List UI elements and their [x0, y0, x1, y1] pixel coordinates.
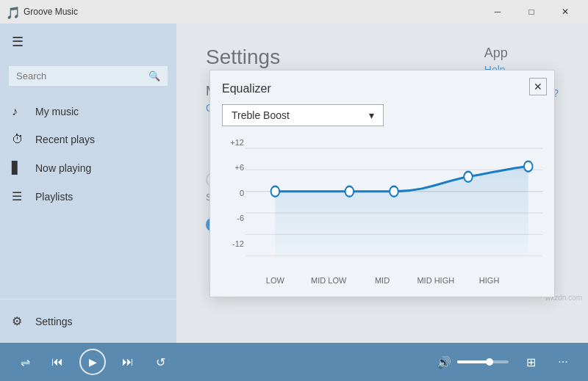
- sidebar-label-my-music: My music: [35, 106, 79, 117]
- search-bar[interactable]: 🔍: [9, 66, 168, 86]
- eq-dialog-title: Equalizer: [222, 82, 542, 95]
- eq-point-low: [271, 186, 280, 196]
- eq-y-label-12: +12: [222, 138, 244, 147]
- sidebar-label-recent-plays: Recent plays: [35, 134, 95, 145]
- eq-x-label-midhigh: MID HIGH: [409, 276, 462, 285]
- volume-icon: 🔊: [437, 355, 451, 369]
- eq-x-label-high: HIGH: [462, 276, 516, 285]
- dialog-overlay: Equalizer ✕ Treble Boost ▾ +12 +6 0 -6 -…: [176, 23, 588, 343]
- sidebar-item-recent-plays[interactable]: ⏱ Recent plays: [0, 126, 176, 153]
- app-body: ☰ 🔍 ♪ My music ⏱ Recent plays ▋ Now play…: [0, 23, 588, 343]
- sidebar-item-settings[interactable]: ⚙ Settings: [0, 307, 176, 335]
- sidebar-item-now-playing[interactable]: ▋ Now playing: [0, 153, 176, 182]
- eq-chart: +12 +6 0 -6 -12: [222, 138, 542, 270]
- eq-x-label-midlow: MID LOW: [302, 276, 356, 285]
- eq-y-label-minus12: -12: [222, 239, 244, 248]
- app-icon: 🎵: [6, 6, 18, 18]
- window-controls: ─ □ ✕: [481, 0, 582, 23]
- sidebar-label-playlists: Playlists: [35, 191, 73, 203]
- eq-y-labels: +12 +6 0 -6 -12: [222, 138, 244, 248]
- visualizer-button[interactable]: ⊞: [520, 352, 541, 372]
- eq-point-midhigh: [464, 171, 473, 181]
- nav-items: ♪ My music ⏱ Recent plays ▋ Now playing …: [0, 98, 176, 299]
- eq-dropdown-arrow: ▾: [369, 109, 374, 121]
- sidebar-label-settings: Settings: [35, 316, 73, 327]
- hamburger-menu[interactable]: ☰: [12, 34, 24, 50]
- play-button[interactable]: ▶: [79, 349, 106, 375]
- eq-y-label-minus6: -6: [222, 214, 244, 222]
- prev-button[interactable]: ⏮: [47, 352, 68, 372]
- sidebar-item-my-music[interactable]: ♪ My music: [0, 98, 176, 126]
- eq-preset-value: Treble Boost: [232, 109, 290, 121]
- eq-preset-dropdown[interactable]: Treble Boost ▾: [222, 104, 384, 126]
- search-icon: 🔍: [148, 70, 160, 81]
- eq-close-button[interactable]: ✕: [529, 78, 547, 95]
- eq-point-midlow: [345, 186, 354, 196]
- eq-x-label-low: LOW: [248, 276, 302, 285]
- eq-point-high: [524, 161, 533, 171]
- volume-fill: [457, 360, 488, 363]
- eq-point-mid: [390, 186, 398, 196]
- next-button[interactable]: ⏭: [118, 352, 138, 372]
- sidebar-item-playlists[interactable]: ☰ Playlists: [0, 182, 176, 211]
- playback-bar: ⇌ ⏮ ▶ ⏭ ↺ 🔊 ⊞ ···: [0, 343, 588, 381]
- search-input[interactable]: [16, 70, 148, 81]
- sidebar-bottom: ⚙ Settings: [0, 299, 176, 343]
- eq-x-labels: LOW MID LOW MID MID HIGH HIGH: [222, 276, 542, 285]
- eq-x-label-mid: MID: [356, 276, 409, 285]
- eq-y-label-6: +6: [222, 163, 244, 172]
- close-button[interactable]: ✕: [548, 0, 582, 23]
- settings-icon: ⚙: [12, 314, 26, 328]
- playlists-icon: ☰: [12, 189, 26, 203]
- volume-control: 🔊: [437, 355, 509, 369]
- sidebar: ☰ 🔍 ♪ My music ⏱ Recent plays ▋ Now play…: [0, 23, 176, 343]
- sidebar-header: ☰: [0, 23, 176, 60]
- volume-slider[interactable]: [457, 360, 509, 363]
- sidebar-label-now-playing: Now playing: [35, 162, 91, 174]
- equalizer-dialog: Equalizer ✕ Treble Boost ▾ +12 +6 0 -6 -…: [209, 70, 555, 297]
- more-button[interactable]: ···: [553, 352, 573, 372]
- shuffle-button[interactable]: ⇌: [15, 352, 35, 372]
- repeat-button[interactable]: ↺: [150, 352, 171, 372]
- eq-svg: [245, 138, 542, 267]
- maximize-button[interactable]: □: [514, 0, 548, 23]
- app-title: Groove Music: [24, 7, 481, 17]
- main-content: Settings Music on this PC Choose where w…: [176, 23, 588, 343]
- volume-thumb: [486, 358, 493, 366]
- eq-y-label-0: 0: [222, 189, 244, 197]
- recent-icon: ⏱: [12, 133, 26, 146]
- music-icon: ♪: [12, 105, 26, 118]
- title-bar: 🎵 Groove Music ─ □ ✕: [0, 0, 588, 23]
- now-playing-icon: ▋: [12, 161, 26, 175]
- minimize-button[interactable]: ─: [481, 0, 514, 23]
